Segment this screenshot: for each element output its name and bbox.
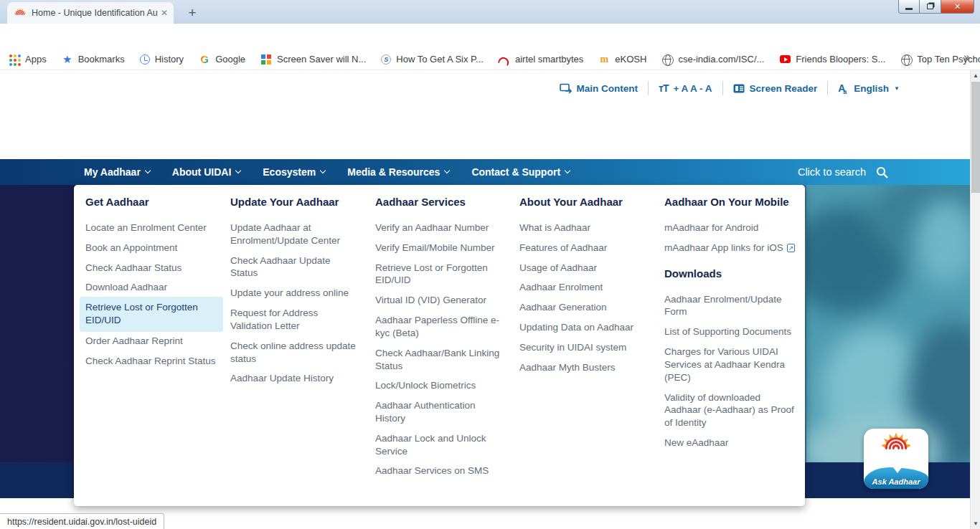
nav-item-media-resources[interactable]: Media & Resources xyxy=(347,166,449,178)
menu-item[interactable]: mAadhaar App links for iOS xyxy=(659,240,802,257)
browser-tab[interactable]: Home - Unique Identification Aut ✕ xyxy=(7,2,174,24)
bookmark-item[interactable]: airtel smartbytes xyxy=(499,54,583,65)
browser-toolbar: ← → ↻ uidai.gov.in ☆ Paused ⋮ xyxy=(0,24,980,49)
language-selector[interactable]: Aa English ▼ xyxy=(838,82,900,94)
nav-item-label: My Aadhaar xyxy=(84,166,141,178)
external-link-icon xyxy=(787,244,796,252)
menu-item[interactable]: Check online address update status xyxy=(225,338,365,368)
divider xyxy=(648,81,649,95)
bookmark-item[interactable]: History xyxy=(140,54,184,65)
menu-item[interactable]: Book an Appointment xyxy=(80,240,223,257)
ask-aadhaar-widget[interactable]: Ask Aadhaar xyxy=(864,429,928,489)
menu-item[interactable]: Update your address online xyxy=(225,285,365,302)
menu-item[interactable]: Check Aadhaar Status xyxy=(80,260,223,277)
menu-item[interactable]: Virtual ID (VID) Generator xyxy=(369,292,507,309)
menu-item[interactable]: Verify Email/Mobile Number xyxy=(369,240,507,257)
status-bar: https://resident.uidai.gov.in/lost-uidei… xyxy=(0,513,164,529)
menu-item[interactable]: Usage of Aadhaar xyxy=(514,260,654,277)
search-trigger[interactable]: Click to search xyxy=(798,159,888,185)
menu-item[interactable]: Updating Data on Aadhaar xyxy=(514,320,654,336)
main-content-icon xyxy=(560,83,572,94)
menu-item[interactable]: Aadhaar Authentication History xyxy=(369,398,507,427)
nav-item-contact-support[interactable]: Contact & Support xyxy=(471,166,570,178)
bookmark-item[interactable]: cse-india.com/ISC/... xyxy=(661,54,764,65)
menu-item[interactable]: Aadhaar Services on SMS xyxy=(369,463,507,480)
screen-reader-link[interactable]: Screen Reader xyxy=(733,83,818,94)
bookmark-item[interactable]: Google xyxy=(199,54,245,65)
menu-item[interactable]: Locate an Enrolment Center xyxy=(80,220,223,237)
star-icon xyxy=(62,54,73,65)
bookmark-item[interactable]: Screen Saver will N... xyxy=(260,54,366,65)
menu-item[interactable]: Aadhaar Paperless Offline e-kyc (Beta) xyxy=(369,313,507,342)
divider xyxy=(722,81,723,95)
menu-item[interactable]: Check Aadhaar Update Status xyxy=(225,253,365,282)
main-navbar: My AadhaarAbout UIDAIEcosystemMedia & Re… xyxy=(0,159,980,185)
menu-item[interactable]: Request for Address Validation Letter xyxy=(225,305,365,335)
menu-item[interactable]: mAadhaar for Android xyxy=(659,220,802,237)
menu-item[interactable]: Retrieve Lost or Forgotten EID/UID xyxy=(80,297,223,332)
photo-blob xyxy=(914,199,970,285)
bookmark-item[interactable]: Friends Bloopers: S... xyxy=(779,54,885,65)
bookmark-label: Screen Saver will N... xyxy=(277,54,366,65)
menu-column: Get AadhaarLocate an Enrolment CenterBoo… xyxy=(80,185,223,373)
bookmark-label: eKOSH xyxy=(615,54,646,65)
menu-item[interactable]: Aadhaar Enrolment/Update Form xyxy=(659,292,802,321)
menu-item[interactable]: Validity of downloaded Aadhaar (e-Aadhaa… xyxy=(659,390,802,432)
search-icon xyxy=(876,166,888,178)
font-resize-label: + A A - A xyxy=(673,83,712,94)
site-header: Unique Identification Authority of India… xyxy=(0,104,980,159)
bookmark-label: Top Ten Psycholog... xyxy=(917,54,980,65)
menu-section-title: Aadhaar Services xyxy=(369,195,507,209)
restore-button[interactable] xyxy=(920,0,941,14)
main-content-link[interactable]: Main Content xyxy=(560,83,639,94)
menu-item[interactable]: New eAadhaar xyxy=(659,435,802,452)
clock-icon xyxy=(140,54,150,65)
apps-grid-icon xyxy=(9,54,20,65)
menu-item[interactable]: What is Aadhaar xyxy=(514,220,654,237)
new-tab-button[interactable]: + xyxy=(183,5,202,22)
bookmark-item[interactable]: How To Get A Six P... xyxy=(381,54,484,65)
scroll-down-icon[interactable]: ▼ xyxy=(971,518,980,529)
menu-item[interactable]: Verify an Aadhaar Number xyxy=(369,220,507,237)
language-label: English xyxy=(854,83,889,94)
close-button[interactable]: ✕ xyxy=(941,0,974,14)
menu-item[interactable]: Aadhaar Myth Busters xyxy=(514,360,654,376)
menu-item[interactable]: Order Aadhaar Reprint xyxy=(80,333,223,350)
bookmark-item[interactable]: Apps xyxy=(9,54,47,65)
menu-item[interactable]: Lock/Unlock Biometrics xyxy=(369,378,507,394)
bookmarks-overflow-icon[interactable]: » xyxy=(963,51,970,64)
nav-item-about-uidai[interactable]: About UIDAI xyxy=(172,166,240,178)
menu-section-title: Downloads xyxy=(659,267,802,281)
menu-item[interactable]: Aadhaar Generation xyxy=(514,300,654,316)
scroll-up-icon[interactable]: ▲ xyxy=(971,70,980,81)
nav-item-ecosystem[interactable]: Ecosystem xyxy=(263,166,325,178)
scrollbar[interactable]: ▲ ▼ xyxy=(970,70,980,529)
font-resize-control[interactable]: тT + A A - A xyxy=(659,82,712,94)
menu-item[interactable]: Features of Aadhaar xyxy=(514,240,654,257)
menu-item[interactable]: Download Aadhaar xyxy=(80,280,223,296)
menu-item[interactable]: Retrieve Lost or Forgotten EID/UID xyxy=(369,260,507,290)
accessibility-bar: Main Content тT + A A - A Screen Reader … xyxy=(560,77,900,99)
bookmark-label: Friends Bloopers: S... xyxy=(796,54,885,65)
bookmark-item[interactable]: eKOSH xyxy=(598,54,646,65)
menu-item[interactable]: Aadhaar Lock and Unlock Service xyxy=(369,431,507,460)
chevron-down-icon xyxy=(444,168,450,173)
menu-item[interactable]: Charges for Various UIDAI Services at Aa… xyxy=(659,344,802,386)
speech-bubble-tail xyxy=(891,464,904,473)
tab-close-icon[interactable]: ✕ xyxy=(161,9,168,17)
menu-item[interactable]: Check Aadhaar Reprint Status xyxy=(80,353,223,370)
bookmark-label: cse-india.com/ISC/... xyxy=(678,54,764,65)
font-size-icon: тT xyxy=(659,82,668,94)
mega-menu: Get AadhaarLocate an Enrolment CenterBoo… xyxy=(74,185,805,506)
menu-item[interactable]: Update Aadhaar at Enrolment/Update Cente… xyxy=(225,220,365,249)
menu-item[interactable]: Check Aadhaar/Bank Linking Status xyxy=(369,345,507,375)
menu-item[interactable]: Aadhaar Enrolment xyxy=(514,280,654,296)
menu-item[interactable]: List of Supporting Documents xyxy=(659,324,802,340)
nav-item-my-aadhaar[interactable]: My Aadhaar xyxy=(84,166,150,178)
menu-section-title: About Your Aadhaar xyxy=(514,195,654,209)
menu-item[interactable]: Security in UIDAI system xyxy=(514,340,654,356)
minimize-button[interactable] xyxy=(898,0,920,14)
menu-item[interactable]: Aadhaar Update History xyxy=(225,371,365,387)
scrollbar-thumb[interactable] xyxy=(971,82,980,193)
bookmark-item[interactable]: Bookmarks xyxy=(62,54,125,65)
